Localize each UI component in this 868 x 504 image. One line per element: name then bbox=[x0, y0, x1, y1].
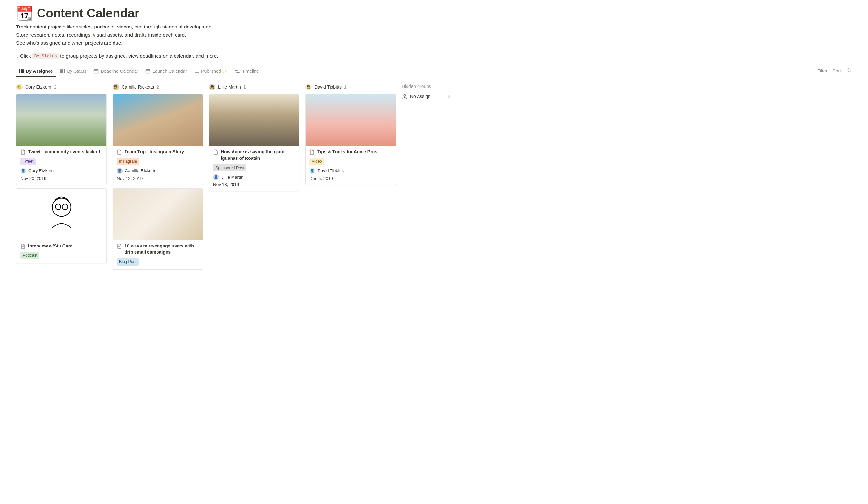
person-outline-icon bbox=[402, 93, 407, 99]
card-assignee-row: 👤Camille Ricketts bbox=[117, 168, 199, 174]
card-tag: Sponsored Post bbox=[213, 164, 246, 172]
document-icon bbox=[20, 150, 25, 155]
assignee-avatar: 👤 bbox=[117, 168, 123, 174]
document-icon bbox=[213, 150, 218, 155]
board-card[interactable]: Team Trip - Instagram StoryInstagram👤Cam… bbox=[113, 94, 203, 185]
card-tag: Video bbox=[310, 158, 324, 165]
card-cover-image bbox=[306, 94, 395, 146]
card-assignee-row: 👤Lillie Martin bbox=[213, 174, 295, 180]
page-hint: ↓ Click By Status to group projects by a… bbox=[16, 53, 852, 59]
board-column: 👩Camille Ricketts2Team Trip - Instagram … bbox=[113, 84, 203, 273]
card-title: Tips & Tricks for Acme Pros bbox=[317, 149, 378, 155]
view-tab-label: By Assignee bbox=[26, 69, 53, 74]
card-title: Interview w/Stu Card bbox=[28, 243, 73, 249]
search-icon[interactable] bbox=[846, 68, 852, 74]
view-tab-label: Timeline bbox=[242, 69, 259, 74]
board-icon bbox=[19, 69, 24, 74]
svg-rect-3 bbox=[61, 69, 62, 73]
card-title: 10 ways to re-engage users with drip ema… bbox=[124, 243, 199, 256]
timeline-icon bbox=[235, 69, 240, 74]
column-header[interactable]: 🧑David Tibbitts1 bbox=[305, 84, 396, 90]
svg-rect-0 bbox=[19, 69, 20, 73]
view-tab-label: Deadline Calendar bbox=[101, 69, 138, 74]
board-card[interactable]: Tweet - community events kickoffTweet👤Co… bbox=[16, 94, 107, 185]
board-column: 👧Lillie Martin1How Acme is saving the gi… bbox=[209, 84, 299, 194]
svg-point-22 bbox=[62, 204, 68, 209]
svg-rect-4 bbox=[62, 69, 63, 73]
column-header[interactable]: 👧Lillie Martin1 bbox=[209, 84, 299, 90]
view-tab-label: By Status bbox=[67, 69, 87, 74]
assignee-avatar: 👩 bbox=[113, 84, 119, 90]
svg-rect-15 bbox=[236, 72, 240, 73]
board-card[interactable]: 10 ways to re-engage users with drip ema… bbox=[113, 188, 203, 270]
no-assignee-count: 2 bbox=[447, 94, 450, 99]
view-tab[interactable]: By Status bbox=[58, 66, 89, 77]
column-count: 1 bbox=[244, 84, 246, 90]
filter-button[interactable]: Filter bbox=[817, 68, 827, 73]
card-cover-image bbox=[209, 94, 299, 146]
board-card[interactable]: Tips & Tricks for Acme ProsVideo👤David T… bbox=[305, 94, 396, 185]
document-icon bbox=[20, 244, 25, 249]
board-column: 🙂Cory Etzkorn2Tweet - community events k… bbox=[16, 84, 107, 267]
svg-line-17 bbox=[849, 71, 851, 72]
column-assignee-name: Camille Ricketts bbox=[122, 84, 154, 90]
hidden-groups-label[interactable]: Hidden groups bbox=[402, 84, 450, 89]
column-assignee-name: Lillie Martin bbox=[218, 84, 241, 90]
view-tab[interactable]: Launch Calendar bbox=[143, 66, 189, 77]
column-assignee-name: David Tibbitts bbox=[314, 84, 341, 90]
board-card[interactable]: How Acme is saving the giant iguanas of … bbox=[209, 94, 299, 191]
card-assignee-name: Cory Etzkorn bbox=[29, 168, 54, 173]
card-date: Nov 20, 2019 bbox=[20, 176, 103, 181]
board-column: 🧑David Tibbitts1Tips & Tricks for Acme P… bbox=[305, 84, 396, 188]
card-tag: Blog Post bbox=[117, 258, 139, 266]
view-tab-label: Published ✨ bbox=[201, 69, 228, 74]
list-icon bbox=[194, 69, 199, 74]
assignee-avatar: 🧑 bbox=[305, 84, 312, 90]
column-header[interactable]: 👩Camille Ricketts2 bbox=[113, 84, 203, 90]
svg-point-33 bbox=[404, 95, 405, 97]
board-card[interactable]: Interview w/Stu CardPodcast bbox=[16, 188, 107, 263]
column-header[interactable]: 🙂Cory Etzkorn2 bbox=[16, 84, 107, 90]
document-icon bbox=[310, 150, 315, 155]
sort-button[interactable]: Sort bbox=[833, 68, 841, 73]
view-tab[interactable]: By Assignee bbox=[16, 66, 55, 77]
card-tag: Tweet bbox=[20, 158, 35, 165]
assignee-avatar: 👤 bbox=[213, 174, 219, 180]
page-emoji-icon[interactable]: 📆 bbox=[16, 7, 33, 20]
card-cover-image bbox=[17, 94, 106, 146]
card-title: How Acme is saving the giant iguanas of … bbox=[221, 149, 295, 162]
hidden-groups-panel: Hidden groupsNo Assign2 bbox=[402, 84, 450, 104]
assignee-avatar: 🙂 bbox=[16, 84, 23, 90]
view-tab[interactable]: Published ✨ bbox=[192, 66, 230, 77]
column-count: 2 bbox=[156, 84, 159, 90]
card-cover-image bbox=[113, 94, 203, 146]
svg-rect-1 bbox=[21, 69, 22, 73]
svg-rect-8 bbox=[146, 70, 150, 73]
assignee-avatar: 👤 bbox=[310, 168, 315, 174]
assignee-avatar: 👧 bbox=[209, 84, 215, 90]
views-bar: By AssigneeBy StatusDeadline CalendarLau… bbox=[16, 66, 852, 77]
board-icon bbox=[60, 69, 65, 74]
page-description: Track content projects like articles, po… bbox=[16, 23, 852, 47]
assignee-avatar: 👤 bbox=[20, 168, 26, 174]
svg-point-16 bbox=[847, 69, 850, 72]
column-assignee-name: Cory Etzkorn bbox=[25, 84, 51, 90]
column-count: 2 bbox=[54, 84, 56, 90]
page-title[interactable]: Content Calendar bbox=[37, 7, 140, 20]
svg-point-21 bbox=[55, 204, 61, 209]
svg-rect-14 bbox=[235, 70, 238, 71]
card-title: Tweet - community events kickoff bbox=[28, 149, 100, 155]
card-assignee-row: 👤David Tibbitts bbox=[310, 168, 392, 174]
no-assignee-group[interactable]: No Assign2 bbox=[402, 93, 450, 99]
view-tab[interactable]: Deadline Calendar bbox=[91, 66, 141, 77]
card-cover-image bbox=[17, 188, 106, 240]
document-icon bbox=[117, 244, 122, 249]
column-count: 1 bbox=[344, 84, 347, 90]
calendar-icon bbox=[93, 69, 99, 74]
card-assignee-name: David Tibbitts bbox=[318, 168, 344, 173]
view-tab-label: Launch Calendar bbox=[152, 69, 187, 74]
view-tab[interactable]: Timeline bbox=[232, 66, 261, 77]
calendar-icon bbox=[145, 69, 151, 74]
card-date: Nov 13, 2019 bbox=[213, 182, 295, 187]
card-date: Nov 12, 2019 bbox=[117, 176, 199, 181]
